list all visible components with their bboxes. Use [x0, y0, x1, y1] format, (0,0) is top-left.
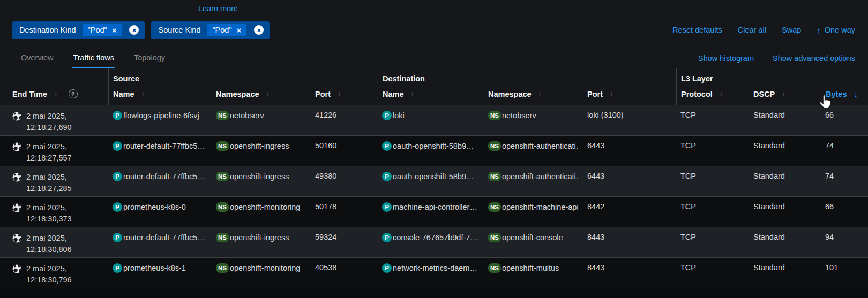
end-time-cell: 2 mai 2025, 12:18:27,285 — [0, 166, 108, 196]
filter-category-label: Source Kind — [158, 26, 200, 34]
sort-icon[interactable]: ↕ — [54, 90, 58, 98]
remove-chip-icon[interactable]: × — [112, 26, 117, 34]
sort-icon[interactable]: ↕ — [610, 90, 613, 98]
column-header-source-name[interactable]: Name ↕ — [108, 86, 212, 105]
destination-namespace-link[interactable]: NS openshift-machine-api — [488, 202, 579, 212]
bytes-cell: 94 — [821, 227, 868, 257]
sort-icon[interactable]: ↕ — [782, 90, 785, 98]
show-histogram-link[interactable]: Show histogram — [698, 54, 754, 63]
help-icon[interactable]: ? — [69, 89, 78, 98]
destination-namespace-link[interactable]: NS openshift-authenticati… — [488, 141, 579, 151]
bytes-cell: 66 — [821, 105, 868, 135]
namespace-badge-icon: NS — [216, 202, 229, 212]
pod-badge-icon: P — [113, 111, 122, 120]
sort-icon[interactable]: ↕ — [538, 90, 542, 98]
source-name-cell: P prometheus-k8s-1 — [108, 258, 212, 288]
source-pod-link[interactable]: P flowlogs-pipeline-6fsvj — [113, 111, 207, 120]
group-source: Source — [108, 68, 378, 86]
source-pod-link[interactable]: P router-default-77ffbc5… — [113, 172, 207, 181]
destination-pod-link[interactable]: P network-metrics-daem… — [382, 263, 480, 273]
column-header-destination-port[interactable]: Port ↕ — [583, 86, 676, 105]
source-pod-link[interactable]: P router-default-77ffbc5… — [113, 233, 207, 242]
column-header-destination-namespace[interactable]: Namespace ↕ — [484, 86, 583, 105]
destination-namespace-cell: NS openshift-authenticati… — [484, 136, 583, 166]
namespace-badge-icon: NS — [488, 111, 501, 120]
table-row[interactable]: 2 mai 2025, 12:18:30,796 P prometheus-k8… — [0, 258, 868, 288]
destination-pod-link[interactable]: P oauth-openshift-58b9… — [382, 141, 480, 151]
clear-all-link[interactable]: Clear all — [738, 26, 766, 34]
table-row[interactable]: 2 mai 2025, 12:18:27,690 P flowlogs-pipe… — [0, 105, 868, 136]
column-header-end-time[interactable]: End Time ↕ ? — [0, 86, 108, 105]
filter-actions: Reset defaults Clear all Swap ↑ One way — [672, 26, 855, 35]
filter-chip-pod[interactable]: "Pod" × — [207, 24, 246, 36]
source-pod-link[interactable]: P prometheus-k8s-0 — [113, 202, 207, 212]
protocol-cell: TCP — [676, 227, 749, 257]
source-pod-link[interactable]: P prometheus-k8s-1 — [113, 263, 207, 273]
source-namespace-link[interactable]: NS openshift-ingress — [216, 172, 306, 181]
tab-topology[interactable]: Topology — [133, 54, 166, 68]
destination-pod-link[interactable]: P oauth-openshift-58b9… — [382, 172, 480, 181]
column-label: Name — [383, 90, 404, 98]
namespace-badge-icon: NS — [488, 172, 501, 181]
namespace-badge-icon: NS — [216, 172, 229, 181]
bytes-cell: 101 — [821, 258, 868, 288]
table-row[interactable]: 2 mai 2025, 12:18:30,373 P prometheus-k8… — [0, 197, 868, 227]
dscp-cell: Standard — [749, 136, 821, 166]
table-row[interactable]: 2 mai 2025, 12:18:27,285 P router-defaul… — [0, 166, 868, 197]
source-namespace-link[interactable]: NS openshift-ingress — [216, 141, 306, 151]
destination-port-cell: 6443 — [583, 166, 676, 196]
destination-namespace-cell: NS netobserv — [484, 105, 583, 135]
destination-namespace-link[interactable]: NS openshift-console — [488, 233, 579, 242]
tabs-bar: Overview Traffic flows Topology Show his… — [0, 42, 868, 68]
one-way-toggle[interactable]: ↑ One way — [817, 26, 855, 35]
sort-icon[interactable]: ↕ — [141, 90, 145, 98]
destination-namespace-link[interactable]: NS openshift-authenticati… — [488, 172, 579, 181]
source-namespace-link[interactable]: NS openshift-ingress — [216, 233, 306, 242]
table-row[interactable]: 2 mai 2025, 12:18:30,806 P router-defaul… — [0, 227, 868, 258]
tab-traffic-flows[interactable]: Traffic flows — [72, 54, 115, 68]
table-row[interactable]: 2 mai 2025, 12:18:27,557 P router-defaul… — [0, 136, 868, 166]
namespace-badge-icon: NS — [488, 141, 501, 151]
filter-bar: Destination Kind "Pod" × × Source Kind "… — [0, 18, 868, 42]
swap-link[interactable]: Swap — [782, 26, 801, 34]
pod-badge-icon: P — [113, 233, 122, 242]
sort-icon[interactable]: ↕ — [266, 90, 270, 98]
destination-namespace-link[interactable]: NS netobserv — [488, 111, 579, 120]
end-time-cell: 2 mai 2025, 12:18:30,373 — [0, 197, 108, 227]
column-header-source-port[interactable]: Port ↕ — [311, 86, 378, 105]
column-label: Namespace — [488, 90, 532, 98]
filter-chip-pod[interactable]: "Pod" × — [83, 24, 122, 36]
column-header-source-namespace[interactable]: Namespace ↕ — [212, 86, 311, 105]
sort-icon[interactable]: ↕ — [411, 90, 415, 98]
pod-badge-icon: P — [113, 172, 122, 181]
column-label: Namespace — [216, 90, 259, 98]
source-name-cell: P prometheus-k8s-0 — [108, 197, 212, 227]
tab-overview[interactable]: Overview — [20, 54, 54, 68]
column-header-destination-name[interactable]: Name ↕ — [378, 86, 484, 105]
destination-namespace-link[interactable]: NS openshift-multus — [488, 263, 579, 273]
source-namespace-link[interactable]: NS netobserv — [216, 111, 306, 120]
show-advanced-options-link[interactable]: Show advanced options — [773, 54, 855, 63]
destination-pod-link[interactable]: P loki — [382, 111, 480, 120]
sort-icon[interactable]: ↕ — [720, 90, 723, 98]
column-label: Port — [587, 90, 603, 98]
source-namespace-link[interactable]: NS openshift-monitoring — [216, 202, 306, 212]
remove-filter-group-button[interactable]: × — [254, 25, 264, 35]
column-label: Name — [113, 90, 134, 98]
source-pod-link[interactable]: P router-default-77ffbc5… — [113, 141, 207, 151]
source-namespace-link[interactable]: NS openshift-monitoring — [216, 263, 306, 273]
learn-more-link[interactable]: Learn more — [198, 4, 238, 13]
destination-pod-link[interactable]: P machine-api-controller… — [382, 202, 480, 212]
column-header-dscp[interactable]: DSCP ↕ — [749, 86, 821, 105]
sort-icon[interactable]: ↕ — [338, 90, 341, 98]
one-way-label: One way — [825, 26, 855, 34]
remove-chip-icon[interactable]: × — [237, 26, 242, 34]
column-header-bytes[interactable]: Bytes ↓ — [821, 86, 868, 105]
destination-pod-link[interactable]: P console-767657b9df-7… — [382, 233, 480, 242]
source-namespace-cell: NS openshift-monitoring — [212, 258, 311, 288]
sort-descending-icon: ↓ — [854, 89, 858, 98]
namespace-badge-icon: NS — [488, 233, 501, 242]
remove-filter-group-button[interactable]: × — [129, 25, 139, 35]
reset-defaults-link[interactable]: Reset defaults — [672, 26, 722, 34]
column-header-protocol[interactable]: Protocol ↕ — [676, 86, 749, 105]
